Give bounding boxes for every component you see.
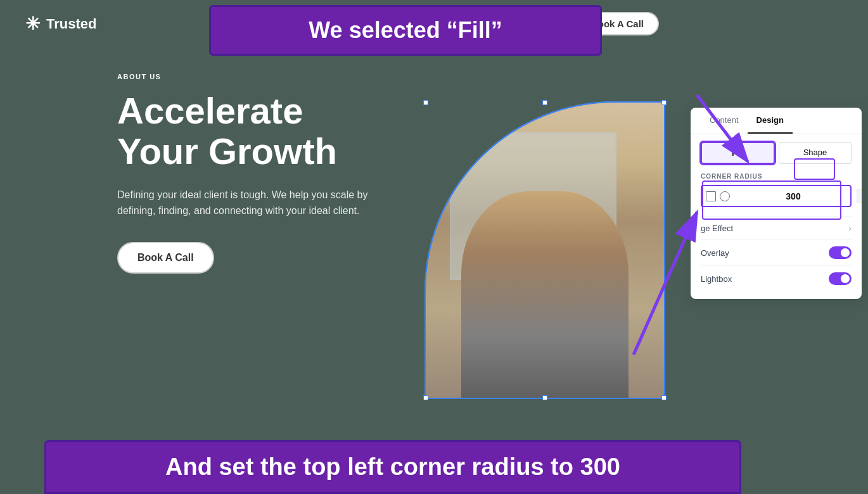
lightbox-row: Lightbox (701, 265, 852, 291)
fill-button[interactable]: Fill (701, 142, 775, 164)
tab-design[interactable]: Design (748, 108, 793, 134)
effect-row: ge Effect › (701, 216, 852, 239)
corner-radius-row (701, 185, 852, 207)
corner-radius-label: CORNER RADIUS (701, 173, 852, 180)
hero-book-call-button[interactable]: Book A Call (117, 242, 214, 274)
lightbox-toggle[interactable] (829, 272, 852, 285)
bottom-annotation-banner: And set the top left corner radius to 30… (44, 440, 741, 494)
headline-line1: Accelerate (117, 90, 303, 131)
corner-radius-top-right[interactable] (857, 189, 862, 203)
top-annotation-banner: We selected “Fill” (209, 5, 602, 56)
shape-button[interactable]: Shape (779, 142, 852, 164)
headline-line2: Your Growth (117, 130, 337, 172)
overlay-row: Overlay (701, 239, 852, 265)
logo-text: Trusted (46, 16, 96, 32)
fill-shape-row: Fill Shape (701, 142, 852, 164)
corner-radius-top-left[interactable] (734, 191, 853, 201)
top-banner-text: We selected “Fill” (309, 17, 502, 43)
effect-chevron-icon[interactable]: › (848, 223, 852, 233)
tab-content[interactable]: Content (701, 108, 748, 134)
person-figure (461, 191, 628, 398)
bottom-banner-text: And set the top left corner radius to 30… (165, 453, 620, 480)
hero-subtext: Defining your ideal client is tough. We … (117, 187, 409, 219)
hero-image (424, 101, 665, 399)
effect-label: ge Effect (701, 224, 733, 233)
panel-tabs: Content Design (691, 108, 862, 134)
nav-logo: ✳ Trusted (25, 13, 96, 34)
panel-body: Fill Shape CORNER RADIUS ge Effect › Ove… (691, 134, 862, 299)
overlay-label: Overlay (701, 248, 729, 258)
website-preview: ✳ Trusted testimonials 𝕏 ▶ f Book A Call… (0, 0, 684, 494)
image-placeholder (426, 103, 664, 398)
corner-circle-icon (720, 191, 730, 201)
logo-icon: ✳ (25, 13, 40, 34)
about-label: ABOUT US (117, 73, 659, 80)
lightbox-label: Lightbox (701, 274, 732, 284)
corner-square-icon (706, 191, 716, 201)
design-panel: Content Design Fill Shape CORNER RADIUS … (691, 108, 862, 299)
overlay-toggle[interactable] (829, 246, 852, 259)
